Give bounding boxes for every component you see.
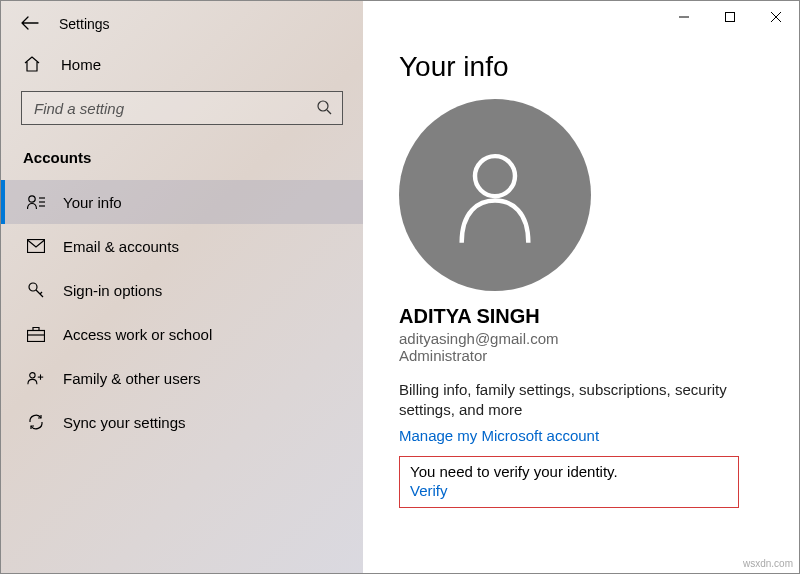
sync-icon: [27, 413, 45, 431]
svg-line-12: [36, 290, 43, 297]
maximize-icon: [725, 12, 735, 22]
sidebar-item-your-info[interactable]: Your info: [1, 180, 363, 224]
verify-message: You need to verify your identity.: [410, 463, 728, 480]
sidebar: Settings Home Accounts: [1, 1, 363, 573]
content-pane: Your info ADITYA SINGH adityasingh@gmail…: [363, 1, 799, 573]
minimize-button[interactable]: [661, 1, 707, 33]
svg-point-4: [318, 101, 328, 111]
verify-link[interactable]: Verify: [410, 482, 448, 499]
back-button[interactable]: [21, 15, 39, 33]
your-info-icon: [27, 193, 45, 211]
user-email: adityasingh@gmail.com: [399, 330, 771, 347]
avatar-icon: [450, 145, 540, 245]
user-role: Administrator: [399, 347, 771, 364]
close-button[interactable]: [753, 1, 799, 33]
maximize-button[interactable]: [707, 1, 753, 33]
minimize-icon: [679, 12, 689, 22]
home-label: Home: [61, 56, 101, 73]
window-titlebar: [661, 1, 799, 33]
back-arrow-icon: [21, 16, 39, 30]
search-input[interactable]: [32, 99, 316, 118]
sidebar-item-work-school[interactable]: Access work or school: [1, 312, 363, 356]
sidebar-item-label: Sync your settings: [63, 414, 186, 431]
close-icon: [771, 12, 781, 22]
home-icon: [23, 55, 41, 73]
key-icon: [27, 281, 45, 299]
svg-point-6: [29, 196, 35, 202]
svg-point-11: [29, 283, 37, 291]
sidebar-item-family-users[interactable]: Family & other users: [1, 356, 363, 400]
sidebar-item-label: Sign-in options: [63, 282, 162, 299]
svg-point-19: [475, 156, 515, 196]
search-box[interactable]: [21, 91, 343, 125]
email-icon: [27, 237, 45, 255]
window-title: Settings: [59, 16, 110, 32]
sidebar-item-label: Your info: [63, 194, 122, 211]
sidebar-item-label: Family & other users: [63, 370, 201, 387]
watermark: wsxdn.com: [743, 558, 793, 569]
sidebar-item-label: Email & accounts: [63, 238, 179, 255]
svg-point-16: [30, 373, 35, 378]
people-icon: [27, 369, 45, 387]
page-title: Your info: [399, 51, 771, 83]
sidebar-item-signin-options[interactable]: Sign-in options: [1, 268, 363, 312]
sidebar-item-email-accounts[interactable]: Email & accounts: [1, 224, 363, 268]
svg-line-13: [40, 292, 42, 294]
svg-line-5: [327, 110, 331, 114]
section-header: Accounts: [1, 139, 363, 180]
account-description: Billing info, family settings, subscript…: [399, 380, 769, 421]
settings-window: Settings Home Accounts: [0, 0, 800, 574]
display-name: ADITYA SINGH: [399, 305, 771, 328]
home-nav[interactable]: Home: [1, 43, 363, 85]
search-icon: [316, 99, 332, 118]
sidebar-item-sync-settings[interactable]: Sync your settings: [1, 400, 363, 444]
briefcase-icon: [27, 325, 45, 343]
manage-account-link[interactable]: Manage my Microsoft account: [399, 427, 599, 444]
verify-identity-box: You need to verify your identity. Verify: [399, 456, 739, 508]
sidebar-item-label: Access work or school: [63, 326, 212, 343]
avatar: [399, 99, 591, 291]
svg-rect-1: [726, 13, 735, 22]
svg-rect-14: [28, 331, 45, 342]
